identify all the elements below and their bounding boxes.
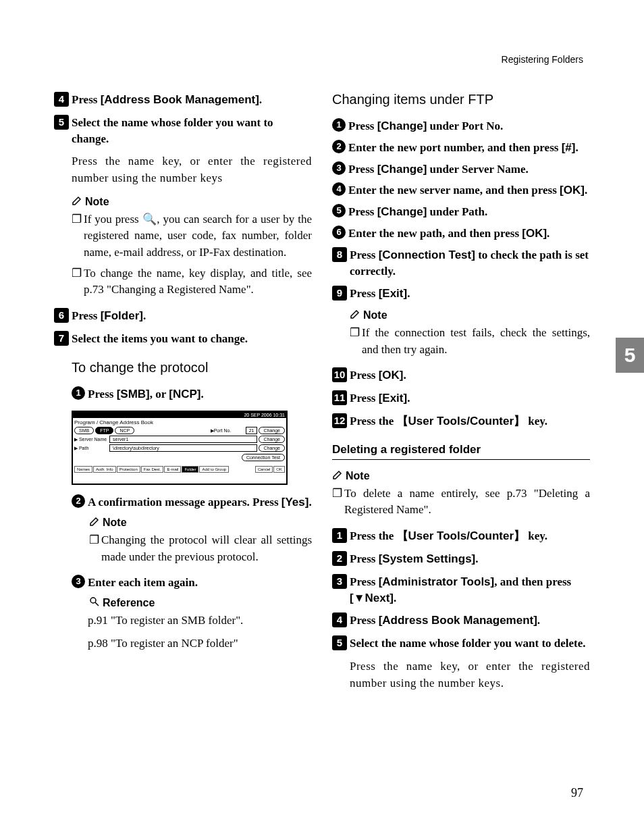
button-ref: [System Settings]	[379, 552, 476, 565]
step-number-icon: 8	[332, 247, 347, 262]
note-item: ❐ To delete a name entirely, see p.73 "D…	[332, 486, 590, 519]
sc-change-button: Change	[259, 444, 285, 452]
button-ref: [NCP]	[169, 388, 200, 400]
button-ref: [Address Book Management]	[101, 93, 259, 106]
step-text: Press the	[350, 529, 397, 542]
page-number: 97	[571, 786, 583, 800]
substep-number-icon: 1	[332, 118, 346, 132]
sc-change-button: Change	[259, 436, 285, 443]
step-9: 9 Press [Exit].	[332, 286, 590, 302]
step-text: Press	[350, 392, 379, 405]
step-text: .	[537, 614, 540, 627]
sc-tab: Auth. Info	[93, 466, 116, 473]
substep-number-icon: 3	[72, 575, 85, 588]
right-column: Changing items under FTP 1 Press [Change…	[332, 92, 590, 700]
step-text: under Server Name.	[427, 163, 528, 176]
step-text: .	[575, 141, 578, 154]
step-text: , or	[150, 388, 169, 400]
step-text: Enter each item again.	[88, 575, 312, 591]
step-5: 5 Select the name whose folder you want …	[54, 115, 312, 147]
substep-3: 3 Enter each item again.	[72, 575, 312, 591]
step-text: .	[403, 369, 406, 382]
sc-tab: Add to Group	[199, 466, 229, 473]
button-ref: [Yes]	[281, 496, 309, 509]
substep-number-icon: 6	[332, 226, 346, 239]
step-text: Press	[350, 575, 379, 588]
step-number-icon: 12	[332, 413, 347, 428]
svg-line-1	[95, 602, 99, 606]
key-bracket-left: 【	[397, 415, 408, 427]
step-text: .	[407, 287, 410, 300]
button-ref: [OK]	[379, 369, 404, 382]
step-text: Select the items you want to change.	[72, 331, 312, 347]
subheading-protocol: To change the protocol	[72, 360, 312, 375]
note-label: Note	[350, 309, 590, 322]
button-ref: [Exit]	[379, 392, 408, 405]
step-number-icon: 9	[332, 286, 347, 301]
sc-title: Program / Change Address Book	[74, 419, 285, 425]
step-text: Select the name whose folder you want to…	[72, 115, 312, 147]
bullet-icon: ❐	[350, 325, 362, 358]
step-text: key.	[525, 529, 547, 542]
step-text: Press	[348, 205, 377, 218]
step-text: Press	[350, 249, 379, 261]
button-ref: [▼Next]	[350, 592, 394, 604]
step-10: 10 Press [OK].	[332, 367, 590, 384]
step-text: .	[407, 392, 410, 405]
sc-portno-value: 21	[246, 427, 258, 434]
del-step-2: 2 Press [System Settings].	[332, 551, 590, 567]
bullet-icon: ❐	[72, 265, 84, 298]
sc-portno-label: ▶Port No.	[211, 428, 244, 434]
ftp-step-1: 1 Press [Change] under Port No.	[332, 118, 590, 134]
ftp-step-5: 5 Press [Change] under Path.	[332, 204, 590, 220]
button-ref: [Exit]	[379, 287, 408, 300]
del-step-4: 4 Press [Address Book Management].	[332, 613, 590, 629]
sc-ok-button: OK	[273, 466, 285, 473]
key-bracket-left: 【	[397, 529, 408, 542]
sc-titlebar: 20 SEP 2006 10:31	[73, 412, 286, 418]
step-number-icon: 7	[54, 331, 69, 346]
del-step-1: 1 Press the 【User Tools/Counter】 key.	[332, 528, 590, 544]
step-text: Press	[348, 163, 377, 176]
key-bracket-right: 】	[514, 529, 525, 542]
step-number-icon: 3	[332, 574, 347, 589]
step-text: under Path.	[427, 205, 487, 218]
button-ref: [SMB]	[117, 388, 150, 400]
sc-tab: Fax Dest.	[141, 466, 164, 473]
sc-server-value: server1	[109, 436, 257, 443]
step-number-icon: 5	[332, 635, 347, 650]
step-5-desc: Press the name key, or enter the registe…	[72, 153, 312, 186]
pencil-icon	[350, 309, 360, 322]
button-ref: [Change]	[377, 163, 427, 176]
sc-server-label: ▶ Server Name	[74, 437, 108, 442]
step-text: Press	[350, 552, 379, 565]
step-text: .	[585, 184, 587, 197]
step-11: 11 Press [Exit].	[332, 390, 590, 407]
sc-smb-button: SMB	[74, 427, 94, 434]
step-text: Press	[350, 287, 379, 300]
ftp-step-4: 4 Enter the new server name, and then pr…	[332, 182, 590, 199]
step-number-icon: 4	[54, 92, 69, 107]
note-label: Note	[332, 469, 590, 483]
step-text: .	[394, 592, 396, 604]
subheading-ftp: Changing items under FTP	[332, 92, 590, 107]
pencil-icon	[72, 195, 82, 209]
sc-tab: E-mail	[164, 466, 181, 473]
del-step-3: 3 Press [Administrator Tools], and then …	[332, 574, 590, 606]
note-item: ❐ Changing the protocol will clear all s…	[89, 532, 312, 565]
step-text: Enter the new port number, and then pres…	[348, 141, 562, 154]
step-text: Enter the new server name, and then pres…	[348, 184, 560, 197]
step-text: Press	[350, 369, 379, 382]
ftp-step-3: 3 Press [Change] under Server Name.	[332, 161, 590, 178]
sc-path-label: ▶ Path	[74, 446, 108, 451]
del-step-5-desc: Press the name key, or enter the registe…	[350, 658, 590, 692]
sc-connection-test-button: Connection Test	[242, 454, 285, 461]
step-text: Press	[72, 309, 101, 322]
step-number-icon: 5	[54, 115, 69, 130]
substep-number-icon: 3	[332, 161, 346, 175]
step-4: 4 Press [Address Book Management].	[54, 92, 312, 108]
ftp-settings-screenshot: 20 SEP 2006 10:31 Program / Change Addre…	[72, 411, 288, 485]
bullet-icon: ❐	[89, 532, 101, 565]
button-ref: [Administrator Tools]	[379, 575, 495, 588]
sc-ftp-button: FTP	[95, 427, 113, 434]
